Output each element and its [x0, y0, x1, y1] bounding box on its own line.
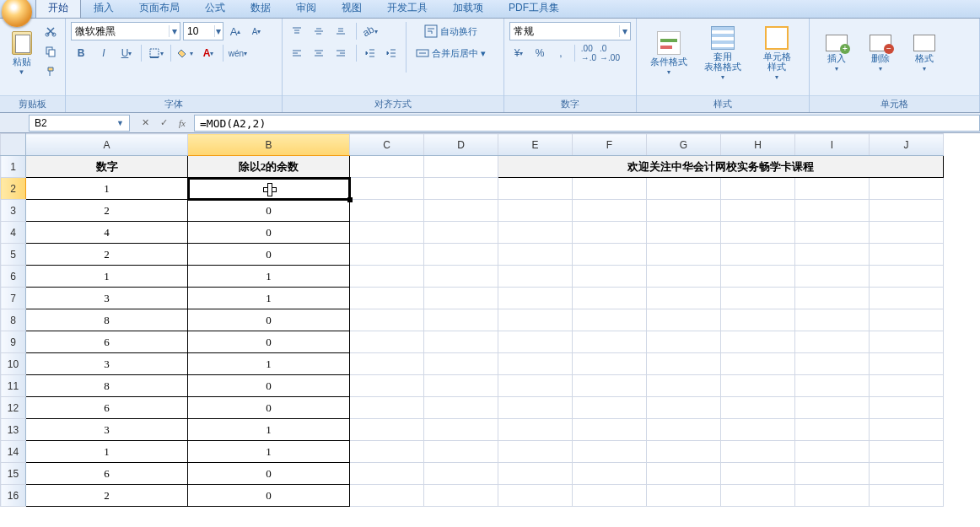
cell-F14[interactable] [573, 441, 647, 463]
copy-button[interactable] [41, 42, 60, 61]
col-header-F[interactable]: F [573, 134, 647, 156]
cell-G12[interactable] [647, 397, 721, 419]
cell-H6[interactable] [721, 266, 795, 288]
cell-A1[interactable]: 数字 [26, 156, 188, 178]
align-bottom-button[interactable] [331, 22, 350, 40]
row-header-14[interactable]: 14 [1, 441, 26, 463]
cell-D7[interactable] [424, 288, 498, 309]
cell-B10[interactable]: 1 [188, 353, 350, 375]
cell-I10[interactable] [795, 353, 870, 375]
cell-G8[interactable] [647, 309, 721, 331]
chevron-down-icon[interactable]: ▾ [214, 25, 223, 37]
cell-C5[interactable] [350, 244, 424, 266]
name-box[interactable]: B2 ▼ [29, 115, 130, 132]
tab-review[interactable]: 审阅 [283, 0, 329, 18]
tab-insert[interactable]: 插入 [81, 0, 127, 18]
cell-G6[interactable] [647, 266, 721, 288]
cell-C14[interactable] [350, 441, 424, 463]
currency-button[interactable]: ¥▾ [509, 44, 528, 62]
tab-view[interactable]: 视图 [329, 0, 374, 18]
cell-G7[interactable] [647, 288, 721, 309]
cell-J6[interactable] [870, 266, 944, 288]
cell-E15[interactable] [498, 463, 573, 485]
cell-J16[interactable] [870, 485, 944, 507]
cell-A5[interactable]: 2 [26, 244, 188, 266]
font-name-input[interactable] [72, 25, 169, 37]
cell-A11[interactable]: 8 [26, 375, 188, 397]
cell-A12[interactable]: 6 [26, 397, 188, 419]
row-header-2[interactable]: 2 [1, 178, 26, 200]
cell-H5[interactable] [721, 244, 795, 266]
cell-C13[interactable] [350, 419, 424, 441]
enter-formula-button[interactable]: ✓ [155, 116, 172, 131]
tab-addins[interactable]: 加载项 [440, 0, 496, 18]
cell-B14[interactable]: 1 [188, 441, 350, 463]
cell-A2[interactable]: 1 [26, 178, 188, 200]
col-header-B[interactable]: B [188, 134, 350, 156]
cell-G16[interactable] [647, 485, 721, 507]
formula-input[interactable]: =MOD(A2,2) [194, 115, 980, 132]
chevron-down-icon[interactable]: ▾ [619, 25, 630, 37]
cell-B13[interactable]: 1 [188, 419, 350, 441]
cell-F15[interactable] [573, 463, 647, 485]
col-header-H[interactable]: H [721, 134, 795, 156]
cell-E12[interactable] [498, 397, 573, 419]
cell-F11[interactable] [573, 375, 647, 397]
cell-I11[interactable] [795, 375, 870, 397]
cell-E16[interactable] [498, 485, 573, 507]
cell-B1[interactable]: 除以2的余数 [188, 156, 350, 178]
tab-layout[interactable]: 页面布局 [127, 0, 192, 18]
fill-color-button[interactable]: ▾ [175, 44, 196, 62]
cell-H7[interactable] [721, 288, 795, 309]
cell-B9[interactable]: 0 [188, 331, 350, 353]
merge-center-button[interactable]: 合并后居中▾ [412, 44, 490, 62]
align-middle-button[interactable] [310, 22, 328, 40]
cell-F4[interactable] [573, 222, 647, 244]
cell-J2[interactable] [870, 178, 944, 200]
cell-B6[interactable]: 1 [188, 266, 350, 288]
align-center-button[interactable] [310, 44, 328, 62]
cell-I13[interactable] [795, 419, 870, 441]
cell-A13[interactable]: 3 [26, 419, 188, 441]
row-header-8[interactable]: 8 [1, 309, 26, 331]
cell-I9[interactable] [795, 331, 870, 353]
cell-D9[interactable] [424, 331, 498, 353]
row-header-4[interactable]: 4 [1, 222, 26, 244]
decrease-decimal-button[interactable]: .0→.00 [600, 44, 619, 62]
cell-F10[interactable] [573, 353, 647, 375]
phonetic-button[interactable]: wén▾ [228, 44, 248, 62]
number-format-input[interactable] [510, 25, 619, 37]
cell-D8[interactable] [424, 309, 498, 331]
cell-B2[interactable] [188, 178, 350, 200]
indent-decrease-button[interactable] [361, 44, 380, 62]
cell-F5[interactable] [573, 244, 647, 266]
col-header-D[interactable]: D [424, 134, 498, 156]
cell-D14[interactable] [424, 441, 498, 463]
cell-F7[interactable] [573, 288, 647, 309]
cell-J15[interactable] [870, 463, 944, 485]
percent-button[interactable]: % [530, 44, 549, 62]
cancel-formula-button[interactable]: ✕ [137, 116, 153, 131]
cell-C2[interactable] [350, 178, 424, 200]
cell-I7[interactable] [795, 288, 870, 309]
cell-G9[interactable] [647, 331, 721, 353]
cell-G14[interactable] [647, 441, 721, 463]
cell-H2[interactable] [721, 178, 795, 200]
cell-D5[interactable] [424, 244, 498, 266]
row-header-16[interactable]: 16 [1, 485, 26, 507]
indent-increase-button[interactable] [382, 44, 401, 62]
cell-C4[interactable] [350, 222, 424, 244]
col-header-G[interactable]: G [647, 134, 721, 156]
table-style-button[interactable]: 套用 表格格式▾ [699, 22, 746, 84]
format-cells-button[interactable]: 格式▾ [906, 22, 943, 84]
cell-E13[interactable] [498, 419, 573, 441]
cell-H11[interactable] [721, 375, 795, 397]
cell-J10[interactable] [870, 353, 944, 375]
cell-J9[interactable] [870, 331, 944, 353]
cell-F9[interactable] [573, 331, 647, 353]
spreadsheet-grid[interactable]: ABCDEFGHIJ1数字除以2的余数欢迎关注中华会计网校实务畅学卡课程2132… [0, 133, 980, 527]
cell-I8[interactable] [795, 309, 870, 331]
shrink-font-button[interactable]: A▾ [247, 22, 266, 40]
cell-B5[interactable]: 0 [188, 244, 350, 266]
cell-I14[interactable] [795, 441, 870, 463]
